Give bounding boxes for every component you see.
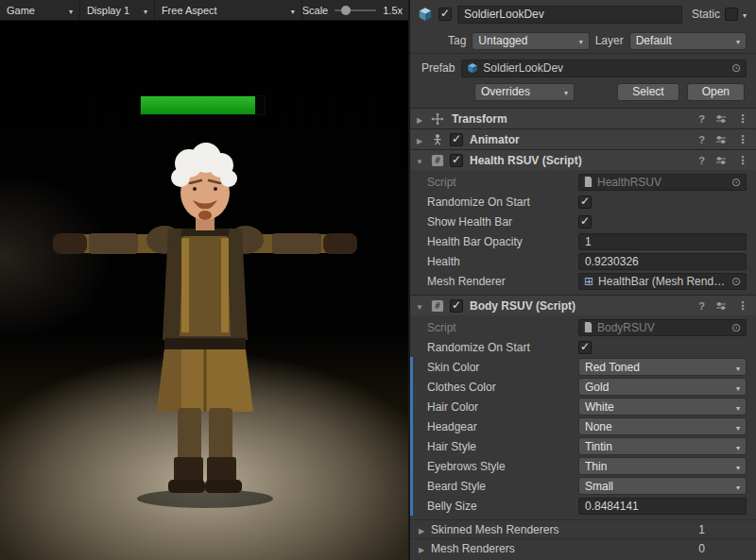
game-tab-dropdown[interactable]: Game [0, 0, 80, 20]
presets-icon[interactable] [715, 134, 727, 145]
soldier-character [40, 140, 370, 518]
chevron-down-icon [736, 420, 740, 433]
layer-value: Default [636, 34, 672, 47]
mesh-renderer-label: Mesh Renderer [427, 275, 578, 288]
scale-label: Scale [302, 5, 329, 16]
script-object-field[interactable]: BodyRSUV [578, 319, 747, 336]
object-picker-icon[interactable] [731, 177, 741, 188]
help-icon[interactable]: ? [698, 113, 705, 125]
object-picker-icon[interactable] [731, 62, 741, 74]
gameobject-name-field[interactable] [457, 6, 682, 24]
foldout-arrow-icon[interactable] [414, 112, 425, 126]
opacity-field[interactable] [578, 233, 747, 250]
display-dropdown[interactable]: Display 1 [80, 0, 155, 20]
chevron-down-icon [144, 5, 147, 16]
static-checkbox[interactable] [725, 8, 738, 21]
script-icon: # [430, 153, 445, 168]
randomize-checkbox[interactable] [578, 195, 592, 209]
prefab-cube-icon [467, 62, 478, 74]
mesh-renderers-row[interactable]: Mesh Renderers 0 [410, 538, 756, 557]
animator-icon [430, 132, 445, 147]
open-button[interactable]: Open [687, 83, 745, 101]
svg-text:#: # [435, 300, 440, 311]
randomize-on-start-row: Randomize On Start [410, 192, 756, 212]
help-icon[interactable]: ? [698, 155, 705, 166]
script-object-field[interactable]: HealthRSUV [578, 174, 747, 191]
active-checkbox[interactable] [438, 8, 452, 21]
show-health-bar-row: Show Health Bar [410, 212, 756, 231]
tag-dropdown[interactable]: Untagged [472, 32, 589, 50]
script-label: Script [427, 321, 578, 334]
overrides-dropdown[interactable]: Overrides [474, 83, 575, 101]
presets-icon[interactable] [715, 300, 727, 312]
gameobject-cube-icon [418, 7, 433, 22]
foldout-arrow-icon[interactable] [414, 154, 425, 167]
hair-style-dropdown[interactable]: Tintin [578, 437, 747, 455]
kebab-menu-icon[interactable] [737, 299, 748, 313]
hair-color-dropdown[interactable]: White [578, 398, 747, 416]
eyebrows-style-label: Eyebrows Style [427, 460, 578, 473]
unity-editor-window: Game Display 1 Free Aspect Scale 1.5x [0, 0, 756, 560]
prefab-section: Prefab SoldierLookDev Overrides Select [410, 53, 756, 108]
hair-color-row: Hair Color White [410, 397, 756, 416]
scale-value: 1.5x [383, 5, 403, 16]
hair-color-label: Hair Color [427, 400, 578, 414]
select-button[interactable]: Select [617, 83, 679, 101]
mesh-renderer-object-field[interactable]: HealthBar (Mesh Renderer) [578, 273, 747, 290]
eyebrows-style-dropdown[interactable]: Thin [578, 457, 747, 475]
foldout-arrow-icon[interactable] [416, 542, 427, 555]
belly-size-field[interactable] [578, 498, 747, 515]
presets-icon[interactable] [715, 113, 727, 125]
skin-color-dropdown[interactable]: Red Toned [578, 358, 747, 376]
static-label: Static [692, 8, 720, 21]
health-rsuv-component-header[interactable]: # Health RSUV (Script) ? [410, 149, 756, 170]
script-file-icon [584, 177, 593, 187]
randomize-checkbox[interactable] [578, 341, 592, 354]
object-picker-icon[interactable] [731, 322, 741, 333]
object-picker-icon[interactable] [731, 276, 741, 287]
health-enabled-checkbox[interactable] [450, 154, 463, 167]
health-field[interactable] [578, 253, 747, 270]
help-icon[interactable]: ? [698, 300, 705, 312]
character-health-bar [140, 95, 266, 115]
animator-title: Animator [470, 133, 520, 146]
headgear-dropdown[interactable]: None [578, 417, 747, 435]
body-enabled-checkbox[interactable] [450, 299, 463, 313]
hair-style-label: Hair Style [427, 440, 578, 453]
overrides-label: Overrides [481, 85, 530, 98]
clothes-color-dropdown[interactable]: Gold [578, 378, 747, 396]
mesh-renderer-icon [584, 276, 593, 287]
mesh-renderers-label: Mesh Renderers [431, 542, 515, 555]
beard-style-dropdown[interactable]: Small [578, 477, 747, 495]
aspect-ratio-dropdown[interactable]: Free Aspect [155, 0, 302, 20]
transform-icon [430, 111, 445, 127]
foldout-arrow-icon[interactable] [414, 133, 425, 146]
belly-size-row: Belly Size [410, 496, 756, 516]
animator-enabled-checkbox[interactable] [450, 133, 463, 146]
script-row: Script HealthRSUV [410, 172, 756, 192]
body-rsuv-component-header[interactable]: # Body RSUV (Script) ? [410, 295, 756, 315]
kebab-menu-icon[interactable] [737, 133, 748, 146]
prefab-label: Prefab [421, 61, 455, 75]
show-health-bar-checkbox[interactable] [578, 215, 592, 229]
health-label: Health [427, 255, 578, 268]
health-rsuv-body: Script HealthRSUV Randomize On Start Sho… [410, 170, 756, 295]
kebab-menu-icon[interactable] [737, 154, 748, 167]
skin-color-row: Skin Color Red Toned [410, 357, 756, 377]
kebab-menu-icon[interactable] [737, 112, 748, 126]
mesh-renderer-value: HealthBar (Mesh Renderer) [598, 275, 727, 288]
layer-dropdown[interactable]: Default [629, 32, 747, 50]
animator-component-header[interactable]: Animator ? [410, 128, 756, 149]
skinned-mesh-renderers-row[interactable]: Skinned Mesh Renderers 1 [410, 519, 756, 538]
transform-component-header[interactable]: Transform ? [410, 108, 756, 128]
foldout-arrow-icon[interactable] [416, 523, 427, 536]
prefab-object-field[interactable]: SoldierLookDev [461, 59, 747, 77]
scale-slider-knob[interactable] [341, 6, 351, 15]
foldout-arrow-icon[interactable] [414, 299, 425, 313]
help-icon[interactable]: ? [698, 134, 705, 145]
presets-icon[interactable] [715, 155, 727, 166]
scale-control: Scale 1.5x [302, 5, 408, 16]
static-dropdown-icon[interactable] [743, 8, 747, 21]
scale-slider[interactable] [335, 9, 376, 11]
skinned-mesh-renderers-label: Skinned Mesh Renderers [431, 523, 558, 536]
